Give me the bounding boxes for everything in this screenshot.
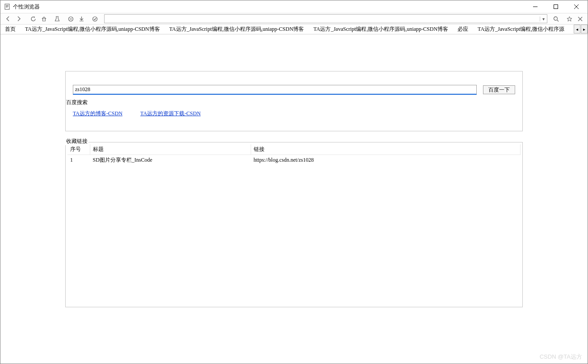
- tab-label: 首页: [5, 25, 16, 33]
- cancel-button[interactable]: [66, 14, 76, 24]
- maximize-button[interactable]: [546, 0, 566, 13]
- col-link[interactable]: 链接: [251, 144, 521, 155]
- svg-rect-5: [554, 5, 558, 9]
- table-row[interactable]: 1 SD图片分享专栏_InsCode https://blog.csdn.net…: [67, 155, 521, 166]
- svg-point-15: [92, 17, 97, 21]
- tab-label: TA远方_JavaScript编程,微信小程序源码,uniapp-CSDN博客: [313, 25, 448, 33]
- tab-scroll-right[interactable]: ▸: [581, 25, 588, 33]
- lab-button[interactable]: [52, 14, 62, 24]
- forward-button[interactable]: [14, 14, 24, 24]
- refresh-button[interactable]: [28, 14, 38, 24]
- home-button[interactable]: [39, 14, 49, 24]
- tab-bing[interactable]: 必应: [453, 25, 473, 34]
- svg-rect-8: [42, 19, 45, 21]
- svg-marker-18: [567, 17, 572, 21]
- address-input[interactable]: [105, 15, 540, 23]
- toolbar: ▾: [0, 13, 588, 25]
- tab-csdn-4[interactable]: TA远方_JavaScript编程,微信小程序源: [473, 25, 569, 34]
- app-icon: [4, 4, 10, 10]
- cell-title: SD图片分享专栏_InsCode: [90, 155, 251, 166]
- address-dropdown-button[interactable]: ▾: [540, 17, 547, 21]
- page-content: 百度搜索 百度一下 TA远方的博客-CSDN TA远方的资源下载-CSDN 收藏…: [0, 35, 588, 364]
- favorites-panel: 序号 标题 链接 1 SD图片分享专栏_InsCode https://blog…: [65, 142, 523, 307]
- favorites-table: 序号 标题 链接 1 SD图片分享专栏_InsCode https://blog…: [67, 144, 521, 165]
- address-bar: ▾: [104, 14, 547, 23]
- table-header-row: 序号 标题 链接: [67, 144, 521, 155]
- search-submit-button[interactable]: 百度一下: [483, 85, 515, 94]
- check-button[interactable]: [90, 14, 100, 24]
- col-index[interactable]: 序号: [67, 144, 90, 155]
- favorite-button[interactable]: [564, 14, 574, 24]
- link-blog-csdn[interactable]: TA远方的博客-CSDN: [73, 110, 122, 117]
- minimize-button[interactable]: [525, 0, 546, 13]
- cell-index: 1: [67, 155, 90, 166]
- search-input[interactable]: [73, 85, 477, 95]
- tab-label: TA远方_JavaScript编程,微信小程序源: [478, 25, 564, 33]
- tab-bar: 首页 TA远方_JavaScript编程,微信小程序源码,uniapp-CSDN…: [0, 25, 588, 34]
- tab-scroll-left[interactable]: ◂: [574, 25, 580, 33]
- tab-csdn-1[interactable]: TA远方_JavaScript编程,微信小程序源码,uniapp-CSDN博客: [21, 25, 165, 34]
- favorites-panel-legend: 收藏链接: [65, 138, 88, 145]
- search-button[interactable]: [551, 14, 561, 24]
- titlebar: 个性浏览器: [0, 0, 588, 13]
- close-window-button[interactable]: [566, 0, 587, 13]
- col-title[interactable]: 标题: [90, 144, 251, 155]
- tab-csdn-2[interactable]: TA远方_JavaScript编程,微信小程序源码,uniapp-CSDN博客: [165, 25, 309, 34]
- back-button[interactable]: [3, 14, 13, 24]
- tab-home[interactable]: 首页: [0, 25, 21, 34]
- window-title: 个性浏览器: [13, 3, 40, 11]
- close-tab-button[interactable]: [575, 14, 585, 24]
- search-panel: 百度一下 TA远方的博客-CSDN TA远方的资源下载-CSDN: [65, 71, 523, 131]
- cell-link: https://blog.csdn.net/zs1028: [251, 155, 521, 166]
- svg-line-17: [557, 20, 559, 21]
- svg-rect-0: [5, 4, 9, 9]
- tab-csdn-3[interactable]: TA远方_JavaScript编程,微信小程序源码,uniapp-CSDN博客: [309, 25, 453, 34]
- svg-point-16: [554, 17, 557, 20]
- tab-label: TA远方_JavaScript编程,微信小程序源码,uniapp-CSDN博客: [169, 25, 304, 33]
- tab-label: TA远方_JavaScript编程,微信小程序源码,uniapp-CSDN博客: [25, 25, 160, 33]
- download-button[interactable]: [76, 14, 86, 24]
- tab-label: 必应: [458, 25, 468, 33]
- link-download-csdn[interactable]: TA远方的资源下载-CSDN: [140, 110, 201, 117]
